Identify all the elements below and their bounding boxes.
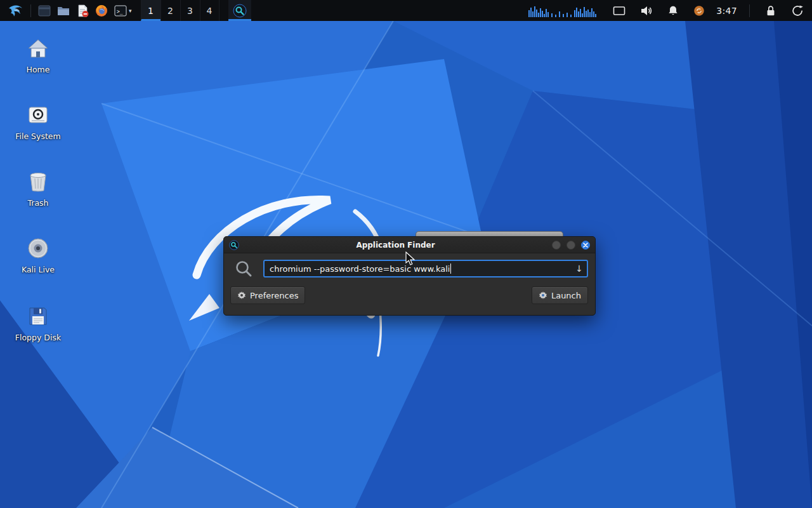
panel-separator: [749, 4, 750, 17]
application-finder-window: Application Finder chromium --passw: [223, 236, 596, 316]
kali-logo-icon: [8, 3, 24, 19]
desktop-icon-trash[interactable]: Trash: [0, 169, 76, 208]
panel-status-area: 3:47: [525, 0, 807, 21]
command-input[interactable]: chromium --password-store=basic www.kali…: [263, 260, 588, 277]
update-indicator-icon[interactable]: [690, 0, 708, 21]
kali-menu-button[interactable]: [5, 0, 27, 21]
preferences-label: Preferences: [250, 291, 298, 300]
home-icon: [25, 36, 51, 61]
search-icon: [234, 259, 253, 278]
dark-window-icon: [37, 4, 51, 18]
desktop-icon-file-system[interactable]: File System: [0, 102, 76, 141]
firefox-launcher[interactable]: [92, 0, 111, 21]
lock-screen-icon[interactable]: [762, 0, 780, 21]
execute-icon: [539, 291, 547, 300]
launch-button[interactable]: Launch: [532, 286, 588, 304]
close-icon: [583, 243, 588, 248]
workspace-3[interactable]: 3: [180, 0, 200, 21]
clock[interactable]: 3:47: [716, 6, 737, 16]
taskbar-application-finder[interactable]: [228, 0, 251, 21]
desktop-icon-home[interactable]: Home: [0, 36, 76, 74]
mouse-cursor: [404, 251, 417, 269]
trash-icon: [25, 169, 51, 194]
application-finder-icon: [229, 240, 239, 250]
panel-separator: [30, 4, 31, 17]
preferences-button[interactable]: Preferences: [230, 286, 305, 304]
application-finder-icon: [233, 4, 247, 18]
desktop-icon-label: File System: [0, 131, 76, 141]
firefox-icon: [95, 4, 108, 18]
cpu-graph[interactable]: [525, 0, 601, 21]
svg-text:>_: >_: [117, 8, 123, 14]
command-input-value: chromium --password-store=basic www.kali: [270, 264, 450, 274]
gear-icon: [237, 291, 246, 300]
taskbar-app-window-icon[interactable]: [35, 0, 54, 21]
window-controls: [552, 241, 590, 250]
kali-desktop-screen: >_ ▾ 1 2 3 4: [0, 0, 812, 508]
workspace-4[interactable]: 4: [200, 0, 219, 21]
logout-icon[interactable]: [788, 0, 807, 21]
desktop-icon-label: Kali Live: [0, 265, 76, 274]
desktop-icon-kali-live[interactable]: Kali Live: [0, 236, 76, 274]
window-title: Application Finder: [239, 241, 552, 250]
file-manager-launcher[interactable]: [54, 0, 73, 21]
launch-label: Launch: [551, 291, 581, 300]
display-icon[interactable]: [610, 0, 629, 21]
document-icon: [75, 4, 89, 18]
workspace-2[interactable]: 2: [160, 0, 180, 21]
button-row: Preferences Launch: [224, 286, 595, 304]
volume-icon[interactable]: [637, 0, 656, 21]
floppy-icon: [25, 304, 51, 329]
terminal-icon: >_: [114, 4, 128, 18]
desktop-icon-label: Home: [0, 65, 76, 74]
text-editor-launcher[interactable]: [73, 0, 92, 21]
workspace-switcher: 1 2 3 4: [141, 0, 219, 21]
folder-icon: [56, 4, 70, 18]
maximize-button[interactable]: [566, 241, 575, 250]
text-caret: [450, 264, 451, 274]
desktop-icon-label: Floppy Disk: [0, 333, 76, 342]
desktop-icon-label: Trash: [0, 198, 76, 208]
close-button[interactable]: [581, 241, 590, 250]
terminal-dropdown-icon[interactable]: ▾: [129, 8, 132, 14]
desktop-icon-floppy-disk[interactable]: Floppy Disk: [0, 304, 76, 342]
file-system-icon: [25, 102, 51, 128]
terminal-launcher[interactable]: >_ ▾: [111, 0, 134, 21]
combo-dropdown-icon[interactable]: ↓: [572, 264, 583, 274]
disc-icon: [25, 236, 51, 261]
minimize-button[interactable]: [552, 241, 561, 250]
workspace-1[interactable]: 1: [141, 0, 160, 21]
top-panel: >_ ▾ 1 2 3 4: [0, 0, 812, 21]
notifications-bell-icon[interactable]: [664, 0, 682, 21]
